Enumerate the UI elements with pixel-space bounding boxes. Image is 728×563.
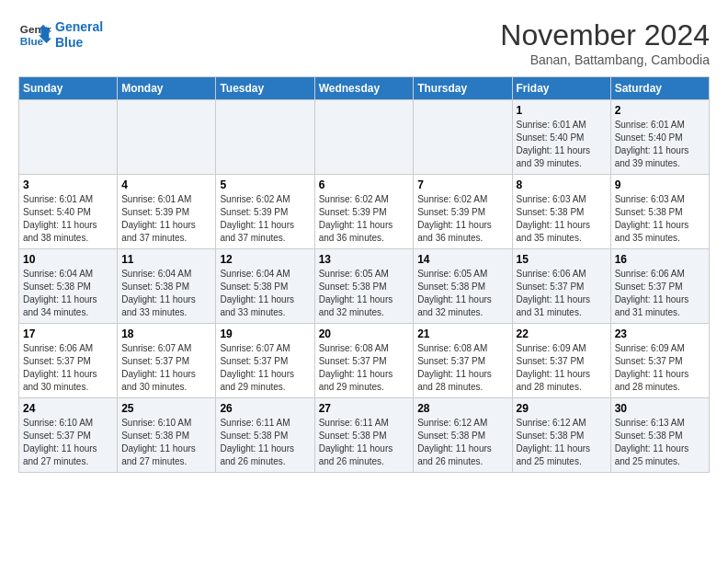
day-number: 20 — [319, 327, 410, 340]
calendar-week-row: 17Sunrise: 6:06 AM Sunset: 5:37 PM Dayli… — [19, 324, 710, 398]
day-number: 15 — [517, 253, 607, 266]
day-number: 6 — [319, 178, 410, 191]
calendar-cell: 20Sunrise: 6:08 AM Sunset: 5:37 PM Dayli… — [314, 324, 414, 398]
title-area: November 2024 Banan, Battambang, Cambodi… — [500, 18, 710, 67]
page-header: General Blue GeneralBlue November 2024 B… — [18, 18, 710, 67]
day-number: 16 — [615, 253, 705, 266]
day-info: Sunrise: 6:12 AM Sunset: 5:38 PM Dayligh… — [417, 417, 507, 468]
calendar-cell: 30Sunrise: 6:13 AM Sunset: 5:38 PM Dayli… — [610, 398, 709, 473]
location-subtitle: Banan, Battambang, Cambodia — [500, 52, 710, 67]
day-number: 18 — [121, 327, 211, 340]
day-number: 22 — [517, 327, 607, 340]
day-info: Sunrise: 6:01 AM Sunset: 5:40 PM Dayligh… — [615, 119, 705, 170]
calendar-cell: 11Sunrise: 6:04 AM Sunset: 5:38 PM Dayli… — [118, 249, 216, 324]
weekday-header: Tuesday — [216, 77, 314, 100]
calendar-week-row: 10Sunrise: 6:04 AM Sunset: 5:38 PM Dayli… — [19, 249, 710, 324]
day-info: Sunrise: 6:01 AM Sunset: 5:40 PM Dayligh… — [23, 193, 113, 245]
calendar-cell: 8Sunrise: 6:03 AM Sunset: 5:38 PM Daylig… — [512, 175, 610, 249]
day-number: 21 — [417, 327, 507, 340]
day-info: Sunrise: 6:07 AM Sunset: 5:37 PM Dayligh… — [121, 342, 211, 394]
day-number: 13 — [319, 253, 410, 266]
day-info: Sunrise: 6:03 AM Sunset: 5:38 PM Dayligh… — [517, 193, 607, 245]
weekday-header: Monday — [118, 77, 216, 100]
day-number: 29 — [517, 402, 607, 415]
day-info: Sunrise: 6:03 AM Sunset: 5:38 PM Dayligh… — [615, 193, 705, 245]
day-info: Sunrise: 6:12 AM Sunset: 5:38 PM Dayligh… — [517, 417, 607, 468]
calendar-cell: 22Sunrise: 6:09 AM Sunset: 5:37 PM Dayli… — [512, 324, 610, 398]
weekday-header: Wednesday — [314, 77, 414, 100]
calendar-cell — [216, 100, 314, 175]
weekday-header: Thursday — [414, 77, 512, 100]
day-info: Sunrise: 6:08 AM Sunset: 5:37 PM Dayligh… — [417, 342, 507, 394]
calendar-cell: 10Sunrise: 6:04 AM Sunset: 5:38 PM Dayli… — [19, 249, 118, 324]
calendar-cell: 16Sunrise: 6:06 AM Sunset: 5:37 PM Dayli… — [610, 249, 709, 324]
day-number: 27 — [319, 402, 410, 415]
calendar-cell: 14Sunrise: 6:05 AM Sunset: 5:38 PM Dayli… — [414, 249, 512, 324]
calendar-cell: 5Sunrise: 6:02 AM Sunset: 5:39 PM Daylig… — [216, 175, 314, 249]
calendar-cell: 9Sunrise: 6:03 AM Sunset: 5:38 PM Daylig… — [610, 175, 709, 249]
calendar-cell: 24Sunrise: 6:10 AM Sunset: 5:37 PM Dayli… — [19, 398, 118, 473]
day-number: 5 — [220, 178, 310, 191]
calendar-cell — [19, 100, 118, 175]
day-info: Sunrise: 6:11 AM Sunset: 5:38 PM Dayligh… — [220, 417, 310, 468]
calendar-cell — [314, 100, 414, 175]
day-info: Sunrise: 6:04 AM Sunset: 5:38 PM Dayligh… — [121, 268, 211, 319]
day-number: 8 — [517, 178, 607, 191]
weekday-header: Saturday — [610, 77, 709, 100]
calendar-week-row: 24Sunrise: 6:10 AM Sunset: 5:37 PM Dayli… — [19, 398, 710, 473]
weekday-header-row: SundayMondayTuesdayWednesdayThursdayFrid… — [19, 77, 710, 100]
day-number: 30 — [615, 402, 705, 415]
calendar-cell: 3Sunrise: 6:01 AM Sunset: 5:40 PM Daylig… — [19, 175, 118, 249]
calendar-cell: 19Sunrise: 6:07 AM Sunset: 5:37 PM Dayli… — [216, 324, 314, 398]
day-info: Sunrise: 6:10 AM Sunset: 5:38 PM Dayligh… — [121, 417, 211, 468]
day-info: Sunrise: 6:01 AM Sunset: 5:40 PM Dayligh… — [517, 119, 607, 170]
day-number: 19 — [220, 327, 310, 340]
day-number: 14 — [417, 253, 507, 266]
calendar-cell: 13Sunrise: 6:05 AM Sunset: 5:38 PM Dayli… — [314, 249, 414, 324]
calendar-cell: 12Sunrise: 6:04 AM Sunset: 5:38 PM Dayli… — [216, 249, 314, 324]
day-number: 17 — [23, 327, 113, 340]
day-number: 12 — [220, 253, 310, 266]
day-info: Sunrise: 6:04 AM Sunset: 5:38 PM Dayligh… — [23, 268, 113, 319]
day-info: Sunrise: 6:06 AM Sunset: 5:37 PM Dayligh… — [23, 342, 113, 394]
day-number: 26 — [220, 402, 310, 415]
day-number: 28 — [417, 402, 507, 415]
day-info: Sunrise: 6:05 AM Sunset: 5:38 PM Dayligh… — [417, 268, 507, 319]
month-title: November 2024 — [500, 18, 710, 52]
calendar-cell: 27Sunrise: 6:11 AM Sunset: 5:38 PM Dayli… — [314, 398, 414, 473]
day-number: 1 — [517, 104, 607, 117]
calendar-table: SundayMondayTuesdayWednesdayThursdayFrid… — [18, 76, 710, 473]
calendar-cell: 17Sunrise: 6:06 AM Sunset: 5:37 PM Dayli… — [19, 324, 118, 398]
day-info: Sunrise: 6:13 AM Sunset: 5:38 PM Dayligh… — [615, 417, 705, 468]
calendar-cell: 25Sunrise: 6:10 AM Sunset: 5:38 PM Dayli… — [118, 398, 216, 473]
day-info: Sunrise: 6:04 AM Sunset: 5:38 PM Dayligh… — [220, 268, 310, 319]
weekday-header: Friday — [512, 77, 610, 100]
day-number: 3 — [23, 178, 113, 191]
day-info: Sunrise: 6:02 AM Sunset: 5:39 PM Dayligh… — [319, 193, 410, 245]
day-number: 4 — [121, 178, 211, 191]
logo-text: GeneralBlue — [55, 19, 103, 51]
calendar-cell: 6Sunrise: 6:02 AM Sunset: 5:39 PM Daylig… — [314, 175, 414, 249]
weekday-header: Sunday — [19, 77, 118, 100]
calendar-cell: 2Sunrise: 6:01 AM Sunset: 5:40 PM Daylig… — [610, 100, 709, 175]
day-info: Sunrise: 6:11 AM Sunset: 5:38 PM Dayligh… — [319, 417, 410, 468]
day-number: 9 — [615, 178, 705, 191]
day-info: Sunrise: 6:08 AM Sunset: 5:37 PM Dayligh… — [319, 342, 410, 394]
calendar-week-row: 3Sunrise: 6:01 AM Sunset: 5:40 PM Daylig… — [19, 175, 710, 249]
day-info: Sunrise: 6:02 AM Sunset: 5:39 PM Dayligh… — [417, 193, 507, 245]
calendar-cell — [118, 100, 216, 175]
day-number: 24 — [23, 402, 113, 415]
calendar-cell: 23Sunrise: 6:09 AM Sunset: 5:37 PM Dayli… — [610, 324, 709, 398]
calendar-cell: 1Sunrise: 6:01 AM Sunset: 5:40 PM Daylig… — [512, 100, 610, 175]
day-number: 10 — [23, 253, 113, 266]
day-info: Sunrise: 6:10 AM Sunset: 5:37 PM Dayligh… — [23, 417, 113, 468]
day-info: Sunrise: 6:06 AM Sunset: 5:37 PM Dayligh… — [517, 268, 607, 319]
day-number: 25 — [121, 402, 211, 415]
day-info: Sunrise: 6:09 AM Sunset: 5:37 PM Dayligh… — [517, 342, 607, 394]
day-info: Sunrise: 6:06 AM Sunset: 5:37 PM Dayligh… — [615, 268, 705, 319]
day-info: Sunrise: 6:09 AM Sunset: 5:37 PM Dayligh… — [615, 342, 705, 394]
calendar-cell: 21Sunrise: 6:08 AM Sunset: 5:37 PM Dayli… — [414, 324, 512, 398]
calendar-cell: 15Sunrise: 6:06 AM Sunset: 5:37 PM Dayli… — [512, 249, 610, 324]
day-number: 2 — [615, 104, 705, 117]
day-info: Sunrise: 6:02 AM Sunset: 5:39 PM Dayligh… — [220, 193, 310, 245]
